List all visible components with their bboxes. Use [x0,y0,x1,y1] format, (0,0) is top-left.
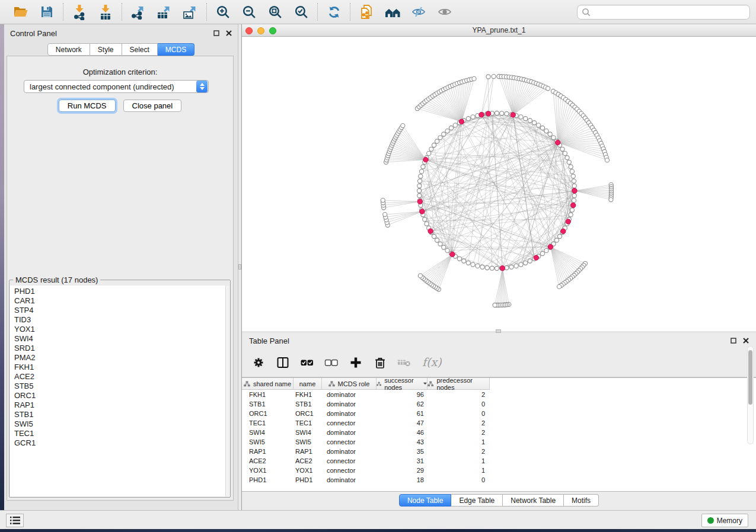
network-window-titlebar[interactable]: YPA_prune.txt_1 [242,24,756,37]
column-header-name[interactable]: name [294,378,322,390]
network-node[interactable] [442,132,446,136]
network-node[interactable] [445,129,449,133]
first-neighbors-button[interactable] [384,3,401,21]
show-panels-button[interactable] [6,514,24,527]
zoom-fit-button[interactable] [266,3,284,21]
network-node[interactable] [565,156,569,160]
mcds-result-item[interactable]: STB5 [14,382,225,391]
network-node[interactable] [492,75,496,79]
network-node[interactable] [383,213,387,217]
network-node[interactable] [609,198,613,202]
mcds-network-node[interactable] [534,255,538,260]
network-node[interactable] [540,126,544,130]
network-node[interactable] [485,265,489,270]
zoom-in-button[interactable] [214,3,232,21]
tab-motifs[interactable]: Motifs [564,494,599,507]
network-node[interactable] [537,123,541,127]
network-canvas[interactable] [242,37,756,331]
mcds-result-item[interactable]: GCR1 [14,438,225,448]
network-node[interactable] [560,147,564,151]
network-node[interactable] [401,124,405,128]
network-node[interactable] [417,188,421,193]
mcds-network-node[interactable] [548,245,553,249]
network-node[interactable] [540,251,544,255]
network-node[interactable] [572,184,576,188]
float-panel-icon[interactable] [213,30,219,36]
network-node[interactable] [528,259,532,263]
network-node[interactable] [544,248,548,252]
mcds-network-node[interactable] [571,203,576,207]
tab-network-table[interactable]: Network Table [503,494,564,507]
table-row[interactable]: SWI4SWI4dominator462 [242,428,756,437]
mcds-network-node[interactable] [556,140,560,145]
network-node[interactable] [519,262,523,267]
tab-edge-table[interactable]: Edge Table [451,494,503,507]
open-session-button[interactable] [12,3,30,21]
hide-selected-button[interactable] [410,3,428,21]
export-image-button[interactable] [181,3,199,21]
close-panel-button[interactable]: Close panel [123,100,182,112]
mcds-result-item[interactable]: SWI4 [14,334,225,344]
splitter-handle[interactable] [238,264,241,270]
network-node[interactable] [462,259,466,263]
column-header-shared-name[interactable]: shared name [242,378,294,390]
table-row[interactable]: ACE2ACE2connector311 [242,456,756,466]
network-node[interactable] [514,264,518,268]
network-node[interactable] [425,222,429,226]
network-node[interactable] [570,208,574,212]
network-node[interactable] [471,115,475,119]
network-graph[interactable] [242,37,756,331]
deselect-all-button[interactable] [324,355,339,370]
optimization-criterion-select[interactable]: largest connected component (undirected) [24,80,209,93]
table-row[interactable]: YOX1YOX1connector291 [242,466,756,475]
network-node[interactable] [572,198,576,203]
network-node[interactable] [571,174,575,178]
search-field[interactable] [577,5,750,20]
network-node[interactable] [528,118,532,123]
network-node[interactable] [381,198,385,203]
network-node[interactable] [418,274,422,278]
mcds-result-item[interactable]: CAR1 [14,296,225,306]
vertical-splitter[interactable] [238,24,242,510]
network-node[interactable] [471,262,475,267]
network-node[interactable] [417,194,422,198]
new-network-from-selection-button[interactable] [358,3,375,21]
network-node[interactable] [417,179,422,183]
network-node[interactable] [466,117,470,121]
network-node[interactable] [486,75,490,79]
save-session-button[interactable] [38,3,56,21]
network-node[interactable] [569,165,573,169]
table-row[interactable]: ORC1ORC1dominator610 [242,409,756,418]
network-node[interactable] [570,169,574,174]
network-node[interactable] [532,121,537,125]
network-node[interactable] [420,169,424,174]
network-node[interactable] [432,234,436,238]
zoom-window-icon[interactable] [269,27,276,34]
network-node[interactable] [442,245,446,249]
network-node[interactable] [435,238,439,242]
import-network-button[interactable] [71,3,88,21]
network-node[interactable] [419,174,423,178]
network-node[interactable] [500,111,504,116]
network-node[interactable] [524,261,528,265]
zoom-selected-button[interactable] [292,3,310,21]
network-node[interactable] [476,264,480,268]
mcds-result-item[interactable]: SRD1 [14,344,225,353]
mcds-network-node[interactable] [572,188,577,193]
mcds-network-node[interactable] [500,266,505,271]
column-header-mcds-role[interactable]: MCDS role [322,378,377,390]
network-node[interactable] [548,132,552,136]
mcds-network-node[interactable] [486,111,490,116]
network-node[interactable] [519,115,523,119]
refresh-view-button[interactable] [325,3,343,21]
close-panel-icon[interactable] [743,338,749,344]
mcds-result-item[interactable]: STB1 [14,410,225,419]
mcds-result-item[interactable]: ACE2 [14,372,225,382]
network-node[interactable] [551,136,556,140]
column-header-predecessor-nodes[interactable]: predecessor nodes [428,378,490,390]
float-panel-icon[interactable] [731,338,736,344]
network-node[interactable] [438,242,442,246]
network-node[interactable] [557,284,562,289]
network-node[interactable] [524,117,528,121]
mcds-result-item[interactable]: SWI5 [14,419,225,429]
